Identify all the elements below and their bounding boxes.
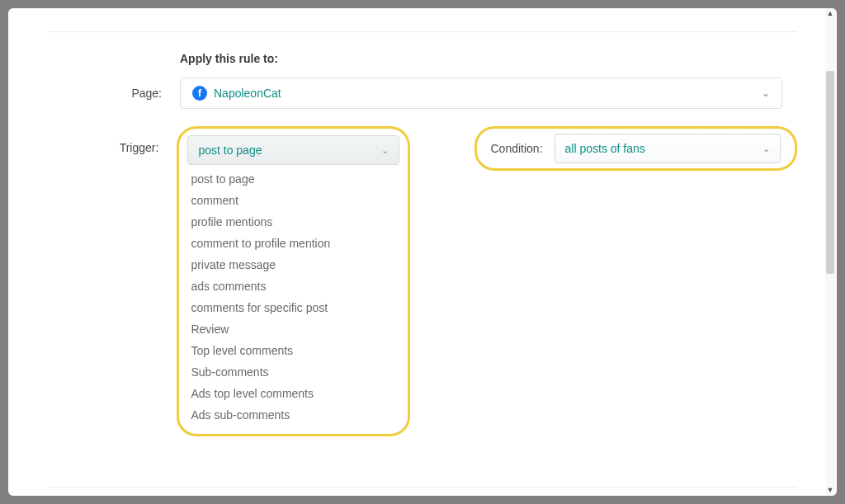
page-select[interactable]: f NapoleonCat ⌄	[180, 78, 782, 109]
chevron-down-icon: ⌄	[381, 145, 389, 156]
label-trigger: Trigger:	[48, 126, 177, 436]
label-condition: Condition:	[490, 142, 542, 155]
chevron-down-icon: ⌄	[762, 144, 770, 154]
page-select-value: NapoleonCat	[214, 87, 281, 100]
trigger-option[interactable]: post to page	[187, 168, 399, 190]
label-page: Page:	[48, 87, 180, 100]
trigger-option[interactable]: comment	[187, 190, 399, 211]
divider	[48, 31, 797, 32]
trigger-dropdown: post to page comment profile mentions co…	[187, 168, 399, 426]
condition-select-value: all posts of fans	[565, 142, 645, 155]
trigger-option[interactable]: ads comments	[187, 276, 399, 297]
trigger-select-value: post to page	[198, 144, 262, 157]
scroll-thumb[interactable]	[826, 71, 834, 274]
trigger-option[interactable]: comments for specific post	[187, 297, 399, 318]
trigger-option[interactable]: Ads top level comments	[187, 383, 399, 404]
condition-select[interactable]: all posts of fans ⌄	[555, 134, 781, 163]
trigger-option[interactable]: private message	[187, 254, 399, 276]
trigger-option[interactable]: Sub-comments	[187, 361, 399, 383]
scroll-down-icon[interactable]: ▼	[827, 487, 834, 494]
trigger-option[interactable]: comment to profile mention	[187, 233, 399, 254]
scrollbar[interactable]: ▲ ▼	[825, 8, 835, 496]
chevron-down-icon: ⌄	[762, 87, 770, 99]
section-title-apply: Apply this rule to:	[180, 52, 797, 65]
trigger-option[interactable]: Review	[187, 318, 399, 340]
trigger-option[interactable]: profile mentions	[187, 211, 399, 233]
trigger-option[interactable]: Ads sub-comments	[187, 404, 399, 426]
trigger-highlight: post to page ⌄ post to page comment prof…	[177, 126, 410, 436]
trigger-select[interactable]: post to page ⌄	[187, 135, 399, 165]
trigger-option[interactable]: Top level comments	[187, 340, 399, 361]
divider	[48, 487, 797, 488]
condition-highlight: Condition: all posts of fans ⌄	[474, 126, 797, 171]
facebook-icon: f	[192, 86, 207, 101]
scroll-up-icon[interactable]: ▲	[827, 10, 834, 17]
rule-editor-modal: ▲ ▼ Apply this rule to: Page: f Napoleon…	[8, 8, 837, 496]
row-page: Page: f NapoleonCat ⌄	[48, 77, 797, 110]
